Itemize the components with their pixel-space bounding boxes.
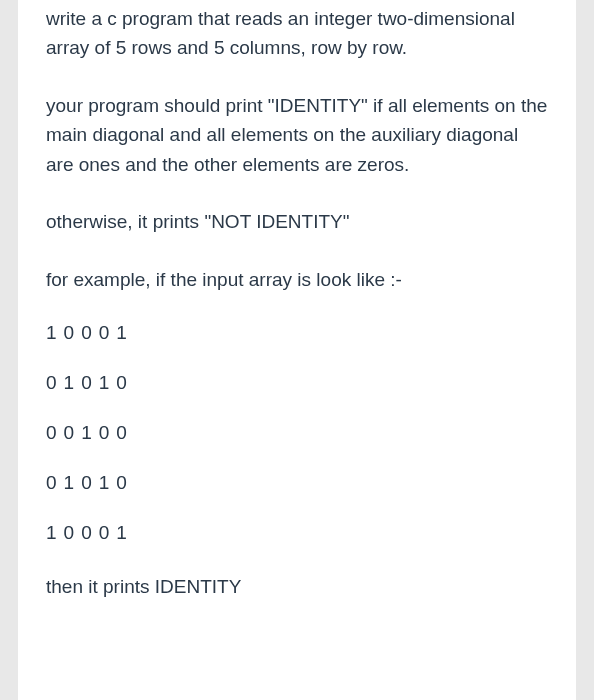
document-card: write a c program that reads an integer … bbox=[18, 0, 576, 700]
matrix-row-1: 01010 bbox=[46, 358, 548, 408]
matrix-row-2: 00100 bbox=[46, 408, 548, 458]
matrix-row-0: 10001 bbox=[46, 308, 548, 358]
paragraph-3: otherwise, it prints "NOT IDENTITY" bbox=[46, 193, 548, 250]
matrix-row-3: 01010 bbox=[46, 458, 548, 508]
matrix-row-4: 10001 bbox=[46, 508, 548, 558]
paragraph-5: then it prints IDENTITY bbox=[46, 558, 548, 615]
paragraph-4: for example, if the input array is look … bbox=[46, 251, 548, 308]
paragraph-2: your program should print "IDENTITY" if … bbox=[46, 77, 548, 193]
paragraph-1: write a c program that reads an integer … bbox=[46, 0, 548, 77]
